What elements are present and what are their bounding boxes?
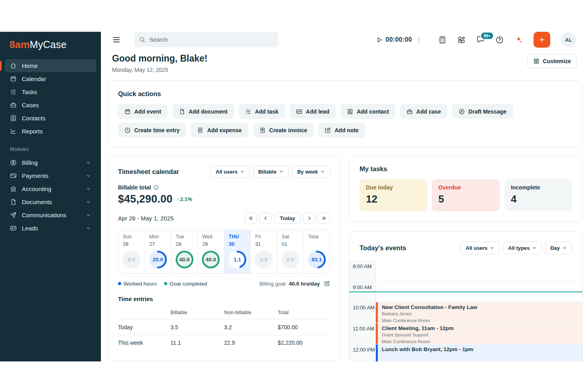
sidebar-item-communications[interactable]: Communications xyxy=(5,209,96,222)
event-new-client-consultation[interactable]: 10:00 AM New Client Consultation - Famil… xyxy=(349,302,582,323)
sidebar-item-home[interactable]: Home xyxy=(5,59,96,72)
sidebar-item-cases[interactable]: Cases xyxy=(5,98,96,112)
sidebar-item-label: Contacts xyxy=(22,115,45,122)
stat-overdue[interactable]: Overdue 5 xyxy=(432,179,499,211)
next-month-button[interactable] xyxy=(318,212,330,224)
sidebar-item-label: Communications xyxy=(22,212,66,218)
column-total: Total xyxy=(278,309,330,315)
prev-week-button[interactable] xyxy=(259,212,272,224)
time-slot-9am[interactable]: 9:00 AM xyxy=(349,282,582,292)
sidebar-modules: Billing Payments Accounting Documents xyxy=(0,156,101,235)
create-invoice-button[interactable]: Create invoice xyxy=(253,123,314,137)
sidebar-item-calendar[interactable]: Calendar xyxy=(5,72,96,85)
add-lead-button[interactable]: Add lead xyxy=(290,104,336,119)
sidebar-item-label: Home xyxy=(22,62,38,69)
customize-label: Customize xyxy=(543,58,571,64)
today-button[interactable]: Today xyxy=(274,212,301,224)
double-chevron-right-icon xyxy=(321,216,327,221)
filter-by-week[interactable]: By week xyxy=(292,165,330,178)
teal-dot-icon xyxy=(164,282,167,285)
file-icon xyxy=(10,199,17,205)
create-time-entry-button[interactable]: Create time entry xyxy=(118,123,186,137)
app-logo: 8amMyCase xyxy=(0,39,101,50)
draft-message-button[interactable]: Draft Message xyxy=(452,104,513,119)
sidebar-item-label: Billing xyxy=(22,159,38,166)
hours-ring: 1.1 xyxy=(228,250,247,269)
chart-icon xyxy=(10,128,17,135)
day-cell-thu-today[interactable]: THU30 1.1 xyxy=(224,230,251,273)
sidebar-item-label: Cases xyxy=(22,102,39,108)
chevron-down-icon xyxy=(86,226,91,231)
app-window: 8amMyCase Home Calendar Tasks Cases xyxy=(0,32,588,361)
main-area: 00:00:00 99+ AL xyxy=(101,32,588,361)
chevron-down-icon xyxy=(240,169,245,174)
add-contact-button[interactable]: Add contact xyxy=(340,104,395,119)
timer-value: 00:00:00 xyxy=(386,36,412,43)
sidebar-item-tasks[interactable]: Tasks xyxy=(5,85,96,98)
day-cell-sun[interactable]: Sun26 0.0 xyxy=(118,230,145,273)
day-cell-total: Total 93.1 xyxy=(304,230,330,273)
bank-icon xyxy=(10,185,17,192)
lead-badge-icon xyxy=(296,108,302,115)
sidebar-item-contacts[interactable]: Contacts xyxy=(5,112,96,125)
messages-button[interactable]: 99+ xyxy=(476,35,485,45)
sidebar-item-payments[interactable]: Payments xyxy=(5,169,96,182)
add-event-button[interactable]: Add event xyxy=(118,104,168,119)
filter-all-users[interactable]: All users xyxy=(211,165,250,178)
prev-month-button[interactable] xyxy=(245,212,257,224)
sidebar-item-accounting[interactable]: Accounting xyxy=(5,182,96,195)
events-filter-all-users[interactable]: All users xyxy=(460,241,500,254)
page-title: Good morning, Blake! xyxy=(112,53,207,64)
events-filter-all-types[interactable]: All types xyxy=(503,241,542,254)
help-icon[interactable] xyxy=(495,36,504,44)
events-filter-day[interactable]: Day xyxy=(545,241,572,254)
play-icon[interactable] xyxy=(375,36,383,44)
day-cell-mon[interactable]: Mon27 20.0 xyxy=(145,230,172,273)
timer[interactable]: 00:00:00 xyxy=(375,36,422,44)
event-lunch-bob-bryant[interactable]: 12:00 PM Lunch with Bob Bryant, 12pm - 1… xyxy=(349,344,582,361)
event-client-meeting[interactable]: 11:00 AM Client Meeting, 11am - 12pm Gra… xyxy=(349,323,582,344)
avatar[interactable]: AL xyxy=(561,32,576,47)
quick-actions-row-2: Create time entry Add expense Create inv… xyxy=(118,123,572,137)
sidebar-item-billing[interactable]: Billing xyxy=(5,156,96,169)
note-icon xyxy=(325,127,331,133)
events-timeline: 8:00 AM 9:00 AM xyxy=(349,261,582,361)
add-expense-button[interactable]: Add expense xyxy=(191,123,248,137)
add-note-button[interactable]: Add note xyxy=(318,123,365,137)
menu-icon[interactable] xyxy=(112,35,121,44)
next-week-button[interactable] xyxy=(303,212,315,224)
time-slot-8am[interactable]: 8:00 AM xyxy=(349,261,582,282)
add-case-button[interactable]: Add case xyxy=(400,104,447,119)
sidebar-item-leads[interactable]: Leads xyxy=(5,222,96,235)
logo-8am: 8am xyxy=(10,39,30,50)
kebab-menu-icon[interactable] xyxy=(416,37,422,43)
apps-grid-icon[interactable] xyxy=(457,36,466,44)
day-cell-wed[interactable]: Wed29 40.0 xyxy=(198,230,224,273)
day-cell-sat[interactable]: Sat01 0.0 xyxy=(277,230,304,273)
sparkle-ai-icon[interactable] xyxy=(514,36,523,44)
briefcase-icon xyxy=(10,102,17,108)
add-document-button[interactable]: Add document xyxy=(172,104,234,119)
edit-icon[interactable] xyxy=(324,280,330,287)
search-input[interactable] xyxy=(134,32,278,47)
stat-due-today[interactable]: Due today 12 xyxy=(360,179,427,211)
page: 8amMyCase Home Calendar Tasks Cases xyxy=(0,0,588,392)
calendar-icon xyxy=(10,75,17,82)
incomplete-count: 4 xyxy=(511,193,566,205)
global-add-button[interactable] xyxy=(534,32,550,48)
info-icon[interactable] xyxy=(153,185,159,190)
customize-button[interactable]: Customize xyxy=(527,54,577,68)
content: Quick actions Add event Add document Add… xyxy=(101,73,588,361)
filter-billable[interactable]: Billable xyxy=(253,165,289,178)
day-cell-tue[interactable]: Tue28 40.0 xyxy=(171,230,198,273)
day-cell-fri[interactable]: Fri31 0.0 xyxy=(251,230,277,273)
calculator-icon[interactable] xyxy=(438,36,447,44)
sidebar-item-reports[interactable]: Reports xyxy=(5,125,96,138)
sidebar-item-documents[interactable]: Documents xyxy=(5,195,96,209)
stat-incomplete[interactable]: Incomplete 4 xyxy=(505,179,572,211)
calendar-icon xyxy=(124,108,131,115)
chevron-down-icon xyxy=(86,160,91,165)
week-grid: Sun26 0.0 Mon27 20.0 Tue28 40.0 xyxy=(118,230,330,274)
add-task-button[interactable]: Add task xyxy=(239,104,285,119)
sidebar-item-label: Leads xyxy=(22,225,38,232)
